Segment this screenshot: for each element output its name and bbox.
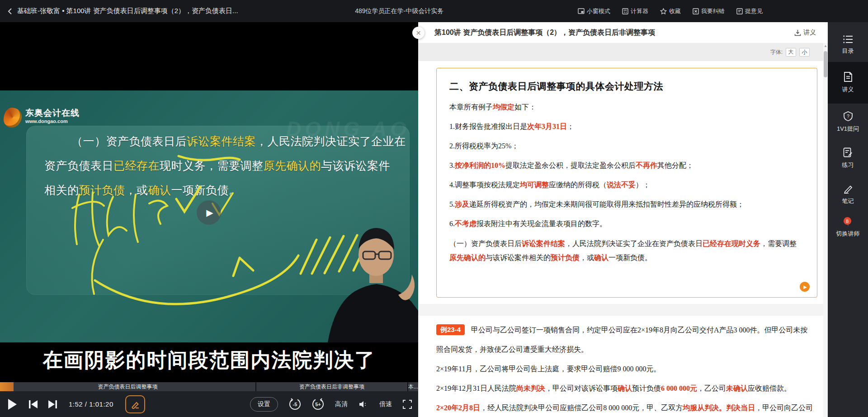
video-subtitle: 在画阴影的时间段范围内法院判决了 bbox=[0, 347, 418, 374]
volume-button[interactable] bbox=[359, 400, 368, 408]
example-paragraph: 2×20年2月8日，经人民法院判决甲公司应赔偿乙公司8 000 000元，甲、乙… bbox=[436, 398, 814, 417]
chapter-label: 资产负债表日后非调整事项 bbox=[299, 383, 364, 391]
font-label: 字体: bbox=[770, 48, 783, 56]
download-icon bbox=[794, 29, 801, 36]
report-error-button[interactable]: 我要纠错 bbox=[693, 7, 725, 15]
section-heading: 二、资产负债表日后调整事项的具体会计处理方法 bbox=[449, 80, 803, 93]
favorite-button[interactable]: 收藏 bbox=[660, 7, 681, 15]
pip-mode-button[interactable]: 小窗模式 bbox=[578, 7, 610, 15]
chapter-label: 本... bbox=[408, 383, 418, 391]
note-paragraph: 本章所有例子均假定如下： bbox=[449, 102, 803, 112]
fullscreen-button[interactable] bbox=[403, 400, 412, 409]
chapter-segment[interactable]: 本... bbox=[408, 382, 418, 391]
box-play-button[interactable]: ▶ bbox=[800, 282, 810, 292]
svg-text:?: ? bbox=[847, 114, 849, 119]
top-bar: 基础班-张敬富 • 第100讲 资产负债表日后调整事项（2），资产负债表日...… bbox=[0, 0, 868, 22]
practice-icon bbox=[843, 147, 853, 157]
slide-text-line: 相关的预计负债，或确认一项新负债。 bbox=[44, 183, 241, 198]
quality-button[interactable]: 高清 bbox=[335, 400, 348, 408]
settings-button[interactable]: 设置 bbox=[250, 397, 278, 412]
summary-box: 二、资产负债表日后调整事项的具体会计处理方法 本章所有例子均假定如下： 1.财务… bbox=[436, 68, 817, 298]
dongao-logo: 东奥会计在线 www.dongao.com bbox=[4, 108, 80, 128]
sidebar-item-handout[interactable]: 讲义 bbox=[828, 62, 868, 104]
back-icon[interactable] bbox=[7, 8, 13, 15]
note-paragraph: 3.按净利润的10%提取法定盈余公积，提取法定盈余公积后不再作其他分配； bbox=[449, 161, 803, 171]
viewers-count: 489位学员正在学-中级会计实务 bbox=[355, 7, 443, 15]
lesson-title: 基础班-张敬富 • 第100讲 资产负债表日后调整事项（2），资产负债表日... bbox=[17, 7, 238, 15]
slide-text-line: （一）资产负债表日后诉讼案件结案，人民法院判决证实了企业在 bbox=[71, 134, 406, 149]
marker-pen-icon bbox=[131, 400, 140, 409]
note-paragraph: 1.财务报告批准报出日是次年3月31日； bbox=[449, 122, 803, 132]
slide-text-line: 资产负债表日已经存在现时义务，需要调整原先确认的与该诉讼案件 bbox=[44, 158, 390, 173]
feedback-icon bbox=[736, 8, 743, 14]
sidebar-item-1v1-question[interactable]: ? 1V1提问 bbox=[828, 104, 868, 140]
font-larger-button[interactable]: 大 bbox=[786, 48, 796, 57]
download-handout-button[interactable]: 讲义 bbox=[794, 28, 816, 37]
handout-icon bbox=[844, 72, 853, 82]
scrollbar-thumb[interactable] bbox=[824, 51, 827, 77]
chapter-segment[interactable]: 资产负债表日后非调整事项 bbox=[256, 382, 408, 391]
notes-icon bbox=[843, 184, 853, 194]
notification-badge: 8 bbox=[844, 217, 851, 225]
previous-lesson-button[interactable] bbox=[28, 399, 38, 409]
feedback-button[interactable]: 提意见 bbox=[736, 7, 763, 15]
font-size-bar: 字体: 大 小 bbox=[418, 43, 828, 61]
video-player: 东奥会计在线 www.dongao.com DONG AO （一）资产负债表日后… bbox=[0, 22, 418, 417]
time-display: 1:52 / 1:01:20 bbox=[69, 400, 113, 408]
logo-url: www.dongao.com bbox=[25, 118, 80, 124]
panel-scrollbar[interactable]: ▲ bbox=[823, 43, 828, 417]
play-overlay-button[interactable]: ▶ bbox=[197, 200, 221, 225]
seek-bar: 资产负债表日后调整事项 资产负债表日后非调整事项 本... bbox=[0, 382, 418, 391]
star-icon bbox=[660, 8, 667, 14]
note-paragraph: 6.不考虑报表附注中有关现金流量表项目的数字。 bbox=[449, 219, 803, 229]
dongao-logo-mark bbox=[4, 108, 22, 128]
example-section: 例23-4甲公司与乙公司签订一项销售合同，约定甲公司应在2×19年8月向乙公司交… bbox=[418, 316, 828, 417]
error-box-icon bbox=[693, 8, 699, 14]
sidebar-item-catalog[interactable]: 目录 bbox=[828, 28, 868, 62]
chapter-segment[interactable]: 资产负债表日后调整事项 bbox=[0, 382, 256, 391]
switch-teacher-button[interactable]: 8 切换讲师 bbox=[836, 213, 860, 244]
example-badge: 例23-4 bbox=[436, 324, 465, 335]
sidebar-item-notes[interactable]: 笔记 bbox=[828, 176, 868, 212]
calculator-icon bbox=[622, 8, 628, 14]
speed-button[interactable]: 倍速 bbox=[379, 400, 392, 408]
note-paragraph: （一）资产负债表日后诉讼案件结案，人民法院判决证实了企业在资产负债表日已经存在现… bbox=[449, 237, 803, 265]
play-icon: ▶ bbox=[206, 207, 213, 218]
note-paragraph: 5.涉及递延所得税资产的，均假定未来期间很可能取得用来抵扣暂时性差异的应纳税所得… bbox=[449, 199, 803, 209]
close-panel-button[interactable]: ✕ bbox=[412, 27, 425, 39]
section-divider bbox=[418, 304, 828, 316]
question-icon: ? bbox=[843, 111, 853, 121]
rewind-5s-button[interactable]: -5 bbox=[289, 398, 301, 410]
play-button[interactable] bbox=[7, 398, 17, 410]
chapter-label: 资产负债表日后调整事项 bbox=[98, 383, 158, 391]
handout-panel: ✕ 第100讲 资产负债表日后调整事项（2），资产负债表日后非调整事项 讲义 字… bbox=[418, 22, 828, 417]
example-paragraph: 2×19年11月，乙公司将甲公司告上法庭，要求甲公司赔偿9 000 000元。 bbox=[436, 359, 814, 379]
calculator-button[interactable]: 计算器 bbox=[622, 7, 648, 15]
catalog-icon bbox=[843, 35, 853, 43]
played-progress bbox=[0, 382, 14, 391]
note-paragraph: 4.调整事项按税法规定均可调整应缴纳的所得税（说法不妥）； bbox=[449, 180, 803, 190]
scroll-up-arrow[interactable]: ▲ bbox=[824, 44, 827, 48]
next-lesson-button[interactable] bbox=[48, 399, 58, 409]
note-marker-button[interactable] bbox=[125, 395, 145, 413]
example-paragraph: 2×19年12月31日人民法院尚未判决，甲公司对该诉讼事项确认预计负债6 000… bbox=[436, 379, 814, 398]
teacher-video bbox=[310, 213, 418, 342]
play-icon: ▶ bbox=[803, 284, 807, 289]
font-smaller-button[interactable]: 小 bbox=[799, 48, 810, 57]
player-controls: 1:52 / 1:01:20 设置 -5 5+ 高清 倍速 bbox=[0, 391, 418, 417]
handout-title: 第100讲 资产负债表日后调整事项（2），资产负债表日后非调整事项 bbox=[434, 28, 655, 38]
handout-content: 二、资产负债表日后调整事项的具体会计处理方法 本章所有例子均假定如下： 1.财务… bbox=[418, 61, 828, 417]
slide-frame: 东奥会计在线 www.dongao.com DONG AO （一）资产负债表日后… bbox=[0, 90, 418, 342]
forward-5s-button[interactable]: 5+ bbox=[312, 398, 324, 410]
tool-sidebar: 目录 讲义 ? 1V1提问 练习 笔记 8 切换讲师 bbox=[828, 22, 868, 417]
logo-title: 东奥会计在线 bbox=[25, 108, 80, 118]
sidebar-item-practice[interactable]: 练习 bbox=[828, 140, 868, 176]
note-paragraph: 2.所得税税率为25%； bbox=[449, 141, 803, 151]
pip-icon bbox=[578, 8, 585, 14]
example-paragraph: 例23-4甲公司与乙公司签订一项销售合同，约定甲公司应在2×19年8月向乙公司交… bbox=[436, 320, 814, 359]
